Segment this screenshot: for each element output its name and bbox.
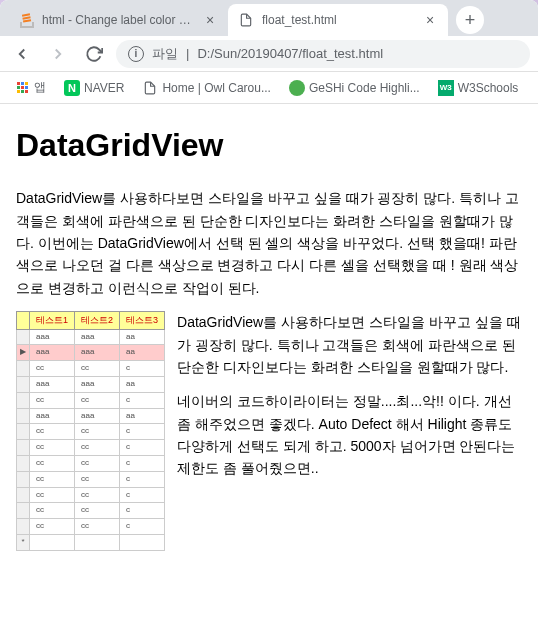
row-header[interactable]: [17, 487, 30, 503]
row-header[interactable]: [17, 471, 30, 487]
table-row[interactable]: ccccc: [17, 487, 165, 503]
bookmark-w3[interactable]: W3 W3Schools: [432, 76, 525, 100]
table-cell[interactable]: aa: [120, 329, 165, 345]
table-row[interactable]: ccccc: [17, 424, 165, 440]
row-header[interactable]: [17, 519, 30, 535]
table-cell[interactable]: cc: [30, 503, 75, 519]
table-row-new[interactable]: *: [17, 534, 165, 550]
table-row[interactable]: ccccc: [17, 503, 165, 519]
bookmark-label: 앱: [34, 79, 46, 96]
table-cell[interactable]: cc: [75, 471, 120, 487]
address-bar[interactable]: i 파일 | D:/Sun/20190407/float_test.html: [116, 40, 530, 68]
table-cell[interactable]: aaa: [75, 329, 120, 345]
tab-title: float_test.html: [262, 13, 414, 27]
row-header[interactable]: [17, 408, 30, 424]
table-cell[interactable]: [120, 534, 165, 550]
table-cell[interactable]: aaa: [30, 345, 75, 361]
row-header[interactable]: ▶: [17, 345, 30, 361]
row-header-new[interactable]: *: [17, 534, 30, 550]
address-label: 파일: [152, 45, 178, 63]
table-row[interactable]: ccccc: [17, 361, 165, 377]
table-row[interactable]: ▶aaaaaaaa: [17, 345, 165, 361]
bookmark-owl[interactable]: Home | Owl Carou...: [136, 76, 276, 100]
close-icon[interactable]: ×: [202, 12, 218, 28]
table-cell[interactable]: cc: [75, 519, 120, 535]
table-cell[interactable]: c: [120, 487, 165, 503]
table-cell[interactable]: aa: [120, 345, 165, 361]
forward-button[interactable]: [44, 40, 72, 68]
row-header[interactable]: [17, 392, 30, 408]
table-cell[interactable]: aaa: [30, 376, 75, 392]
row-header[interactable]: [17, 440, 30, 456]
table-cell[interactable]: cc: [75, 487, 120, 503]
table-cell[interactable]: c: [120, 361, 165, 377]
table-cell[interactable]: aaa: [75, 408, 120, 424]
table-cell[interactable]: cc: [75, 503, 120, 519]
reload-button[interactable]: [80, 40, 108, 68]
back-button[interactable]: [8, 40, 36, 68]
table-row[interactable]: aaaaaaaa: [17, 376, 165, 392]
bookmark-naver[interactable]: N NAVER: [58, 76, 130, 100]
naver-icon: N: [64, 80, 80, 96]
apps-icon: [14, 80, 30, 96]
table-cell[interactable]: cc: [30, 487, 75, 503]
table-cell[interactable]: [75, 534, 120, 550]
table-header[interactable]: 테스트1: [30, 312, 75, 329]
table-cell[interactable]: c: [120, 455, 165, 471]
table-cell[interactable]: cc: [75, 455, 120, 471]
table-cell[interactable]: cc: [75, 440, 120, 456]
table-row[interactable]: aaaaaaaa: [17, 329, 165, 345]
table-cell[interactable]: cc: [30, 424, 75, 440]
info-icon[interactable]: i: [128, 46, 144, 62]
bookmark-geshi[interactable]: GeSHi Code Highli...: [283, 76, 426, 100]
table-row[interactable]: ccccc: [17, 440, 165, 456]
table-cell[interactable]: cc: [30, 392, 75, 408]
table-header[interactable]: 테스트3: [120, 312, 165, 329]
table-cell[interactable]: c: [120, 519, 165, 535]
table-cell[interactable]: aaa: [30, 329, 75, 345]
row-header[interactable]: [17, 503, 30, 519]
paragraph-2: DataGridView를 사용하다보면 스타일을 바꾸고 싶을 때가 굉장히 …: [177, 311, 522, 378]
new-tab-button[interactable]: +: [456, 6, 484, 34]
file-icon: [142, 80, 158, 96]
tab-inactive[interactable]: html - Change label color from ×: [8, 4, 228, 36]
row-header[interactable]: [17, 329, 30, 345]
table-row[interactable]: ccccc: [17, 519, 165, 535]
paragraph-3: 네이버의 코드하이라이터는 정말....최...악!! 이다. 개선 좀 해주었…: [177, 390, 522, 480]
address-path: D:/Sun/20190407/float_test.html: [197, 46, 383, 61]
row-header[interactable]: [17, 376, 30, 392]
tab-active[interactable]: float_test.html ×: [228, 4, 448, 36]
geshi-icon: [289, 80, 305, 96]
table-cell[interactable]: cc: [30, 361, 75, 377]
table-cell[interactable]: cc: [75, 424, 120, 440]
table-cell[interactable]: cc: [30, 471, 75, 487]
row-header[interactable]: [17, 455, 30, 471]
table-cell[interactable]: aa: [120, 408, 165, 424]
table-row[interactable]: aaaaaaaa: [17, 408, 165, 424]
row-header[interactable]: [17, 424, 30, 440]
close-icon[interactable]: ×: [422, 12, 438, 28]
table-cell[interactable]: [30, 534, 75, 550]
table-cell[interactable]: c: [120, 424, 165, 440]
table-cell[interactable]: aa: [120, 376, 165, 392]
file-icon: [238, 12, 254, 28]
bookmark-apps[interactable]: 앱: [8, 75, 52, 100]
table-row[interactable]: ccccc: [17, 471, 165, 487]
table-header[interactable]: 테스트2: [75, 312, 120, 329]
table-cell[interactable]: cc: [75, 361, 120, 377]
table-cell[interactable]: aaa: [75, 376, 120, 392]
data-grid-table: 테스트1 테스트2 테스트3 aaaaaaaa▶aaaaaaaacccccaaa…: [16, 311, 165, 551]
table-cell[interactable]: cc: [30, 519, 75, 535]
table-cell[interactable]: cc: [75, 392, 120, 408]
table-cell[interactable]: c: [120, 440, 165, 456]
table-row[interactable]: ccccc: [17, 392, 165, 408]
table-cell[interactable]: aaa: [30, 408, 75, 424]
row-header[interactable]: [17, 361, 30, 377]
table-row[interactable]: ccccc: [17, 455, 165, 471]
table-cell[interactable]: c: [120, 471, 165, 487]
table-cell[interactable]: c: [120, 503, 165, 519]
table-cell[interactable]: c: [120, 392, 165, 408]
table-cell[interactable]: aaa: [75, 345, 120, 361]
table-cell[interactable]: cc: [30, 440, 75, 456]
table-cell[interactable]: cc: [30, 455, 75, 471]
